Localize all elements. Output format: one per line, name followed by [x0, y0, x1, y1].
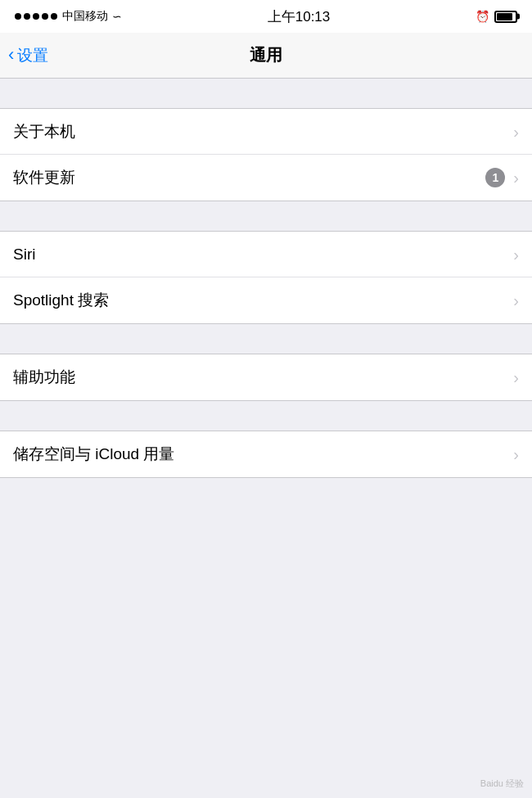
settings-row-about[interactable]: 关于本机 › [0, 109, 532, 155]
section-gap-2 [0, 201, 532, 231]
accessibility-chevron: › [513, 369, 519, 385]
carrier-name: 中国移动 [62, 9, 108, 24]
settings-row-storage[interactable]: 储存空间与 iCloud 用量 › [0, 431, 532, 477]
settings-row-accessibility[interactable]: 辅助功能 › [0, 354, 532, 400]
signal-dot-3 [33, 13, 39, 20]
back-button[interactable]: ‹ 设置 [8, 45, 48, 66]
about-right: › [513, 124, 519, 140]
accessibility-label: 辅助功能 [13, 367, 513, 388]
status-left: 中国移动 ∽ [15, 9, 122, 24]
settings-content: 关于本机 › 软件更新 1 › Siri › Spotlight 搜索 › [0, 79, 532, 478]
status-time: 上午10:13 [268, 7, 331, 26]
page-title: 通用 [250, 44, 282, 66]
siri-label: Siri [13, 246, 513, 264]
about-label: 关于本机 [13, 121, 513, 142]
settings-group-1: 关于本机 › 软件更新 1 › [0, 108, 532, 201]
nav-bar: ‹ 设置 通用 [0, 33, 532, 79]
storage-chevron: › [513, 446, 519, 462]
signal-dot-1 [15, 13, 21, 20]
software-update-right: 1 › [485, 168, 519, 187]
siri-chevron: › [513, 246, 519, 263]
wifi-icon: ∽ [112, 10, 122, 23]
signal-dot-2 [24, 13, 30, 20]
settings-group-3: 辅助功能 › [0, 354, 532, 401]
section-gap-3 [0, 324, 532, 354]
back-label: 设置 [17, 45, 48, 66]
signal-dots [15, 13, 57, 20]
spotlight-right: › [513, 292, 519, 309]
alarm-icon: ⏰ [476, 10, 489, 23]
settings-row-siri[interactable]: Siri › [0, 232, 532, 277]
spotlight-label: Spotlight 搜索 [13, 290, 513, 311]
battery-fill [497, 13, 512, 20]
spotlight-chevron: › [513, 292, 519, 309]
carrier-info: 中国移动 ∽ [62, 9, 122, 24]
storage-label: 储存空间与 iCloud 用量 [13, 444, 513, 465]
signal-dot-5 [51, 13, 57, 20]
status-bar: 中国移动 ∽ 上午10:13 ⏰ [0, 0, 532, 33]
baidu-watermark: Baidu 经验 [480, 778, 524, 790]
settings-row-software-update[interactable]: 软件更新 1 › [0, 155, 532, 201]
back-arrow-icon: ‹ [8, 46, 14, 64]
battery-icon [494, 11, 517, 23]
section-gap-4 [0, 401, 532, 431]
storage-right: › [513, 446, 519, 462]
accessibility-right: › [513, 369, 519, 385]
software-update-badge: 1 [485, 168, 505, 187]
software-update-label: 软件更新 [13, 167, 485, 188]
settings-group-2: Siri › Spotlight 搜索 › [0, 231, 532, 324]
settings-group-4: 储存空间与 iCloud 用量 › [0, 431, 532, 478]
section-gap-top [0, 79, 532, 108]
software-update-chevron: › [513, 169, 519, 186]
settings-row-spotlight[interactable]: Spotlight 搜索 › [0, 277, 532, 323]
signal-dot-4 [42, 13, 48, 20]
status-right: ⏰ [476, 10, 517, 23]
siri-right: › [513, 246, 519, 263]
about-chevron: › [513, 124, 519, 140]
